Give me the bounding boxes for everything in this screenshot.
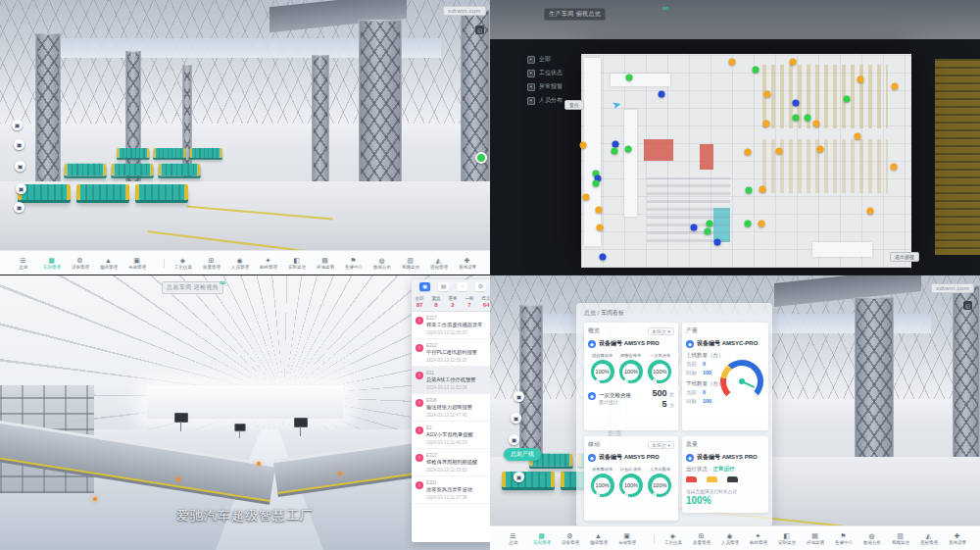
toolbar-item[interactable]: ◉ 人员管理 — [720, 532, 740, 545]
map-status-dot[interactable] — [855, 132, 861, 139]
map-status-dot[interactable] — [713, 239, 720, 246]
station-marker[interactable]: ▣ — [15, 161, 25, 172]
map-status-dot[interactable] — [583, 194, 590, 201]
status-marker-green[interactable] — [475, 152, 487, 164]
toolbar-item[interactable]: ◭ 巡检管理 — [429, 257, 449, 270]
checkbox-icon[interactable]: ▪ — [527, 70, 535, 77]
station-marker[interactable]: ▣ — [14, 139, 24, 150]
map-status-dot[interactable] — [775, 147, 782, 154]
station-marker[interactable]: ▣ — [514, 472, 524, 482]
toolbar-item[interactable]: ▣ 仓储管理 — [617, 532, 637, 545]
map-status-dot[interactable] — [624, 146, 631, 153]
alarm-tab-icon[interactable]: ⚙ — [475, 282, 486, 291]
toolbar-item[interactable]: ▤ 环境监测 — [806, 532, 825, 545]
checkbox-icon[interactable]: ▪ — [527, 83, 535, 91]
map-status-dot[interactable] — [793, 114, 800, 121]
alarm-list-item[interactable]: ! E308 输送链张力超限报警 2024-03-13 11:47:45 — [412, 394, 490, 422]
toolbar-item[interactable]: ▲ 物流管理 — [589, 532, 609, 545]
toolbar-item[interactable]: ◍ 数据分析 — [372, 257, 392, 270]
map-status-dot[interactable] — [843, 95, 850, 102]
alarm-tab-icon[interactable]: ◉ — [419, 282, 430, 291]
station-marker[interactable]: ▣ — [511, 413, 521, 424]
map-status-dot[interactable] — [805, 114, 811, 121]
toolbar-item[interactable]: ◭ 巡检管理 — [919, 532, 939, 545]
alarm-tab-icon[interactable]: ▤ — [438, 282, 449, 291]
map-status-dot[interactable] — [858, 75, 864, 82]
map-status-dot[interactable] — [612, 140, 619, 147]
station-marker[interactable]: ▣ — [14, 202, 24, 213]
alarm-stat[interactable]: 紧急 8 — [431, 295, 441, 308]
map-status-dot[interactable] — [812, 121, 819, 127]
map-status-dot[interactable] — [599, 254, 606, 261]
car-icon[interactable] — [727, 476, 738, 482]
map-status-dot[interactable] — [760, 185, 766, 192]
map-status-dot[interactable] — [891, 164, 898, 171]
checkbox-icon[interactable]: ▪ — [527, 97, 535, 105]
alarm-stat[interactable]: 重要 2 — [448, 295, 458, 308]
toolbar-item[interactable]: ▥ 视频监控 — [401, 257, 420, 270]
toolbar-item[interactable]: ✦ 能耗管理 — [749, 532, 768, 545]
minimize-view-icon[interactable]: ◱ — [475, 25, 484, 34]
map-status-dot[interactable] — [729, 59, 736, 66]
alarm-list-item[interactable]: ! E301 涂装室风压异常波动 2024-03-13 11:27:36 — [412, 476, 490, 504]
toolbar-item[interactable]: ✦ 能耗管理 — [259, 257, 278, 270]
map-status-dot[interactable] — [892, 82, 899, 89]
map-status-dot[interactable] — [866, 208, 873, 215]
shift-dropdown[interactable]: 本班次 ▾ — [648, 327, 674, 335]
alarm-stat[interactable]: 提示 64 — [481, 295, 490, 308]
toolbar-item[interactable]: ⊞ 质量管理 — [692, 532, 711, 545]
alarm-list-item[interactable]: ! E31 总装A线工位停机预警 2024-03-13 11:52:08 — [412, 367, 490, 394]
toolbar-item[interactable]: ⚙ 设备管理 — [561, 532, 580, 545]
map-status-dot[interactable] — [625, 74, 632, 80]
alarm-stat[interactable]: 一般 7 — [465, 295, 474, 308]
toolbar-item[interactable]: ▥ 视频监控 — [891, 532, 910, 545]
toolbar-item[interactable]: ◧ 安防监控 — [777, 532, 797, 545]
toolbar-item[interactable]: ◈ 工艺仿真 — [663, 532, 683, 545]
toolbar-item[interactable]: ▣ 仓储管理 — [127, 257, 147, 270]
car-icon[interactable] — [686, 476, 697, 482]
camera-position-arrow-icon[interactable]: ➤ — [611, 97, 622, 112]
map-status-dot[interactable] — [793, 99, 800, 106]
car-icon[interactable] — [707, 476, 717, 482]
map-status-dot[interactable] — [593, 180, 600, 187]
map-status-dot[interactable] — [690, 225, 697, 231]
toolbar-item[interactable]: ▲ 物流管理 — [99, 257, 119, 270]
toolbar-item[interactable]: ◧ 安防监控 — [287, 257, 307, 270]
minimize-view-icon[interactable]: ◱ — [963, 301, 972, 310]
legend-row[interactable]: ▪ 异常报警 — [527, 82, 563, 91]
station-marker[interactable]: ▣ — [509, 434, 519, 445]
shift-dropdown[interactable]: 本班次 ▾ — [648, 441, 674, 449]
exit-topview-button[interactable]: 退出俯视 — [890, 252, 919, 262]
station-marker[interactable]: ▣ — [12, 120, 23, 130]
map-status-dot[interactable] — [763, 121, 770, 127]
map-status-dot[interactable] — [707, 221, 713, 227]
toolbar-item[interactable]: ◍ 数据分析 — [862, 532, 882, 545]
alarm-stat[interactable]: 全部 87 — [415, 295, 424, 308]
legend-row[interactable]: ▪ 工位状态 — [527, 69, 563, 77]
map-status-dot[interactable] — [595, 206, 602, 213]
legend-row[interactable]: ▪ 人员分布 — [527, 96, 563, 105]
map-status-dot[interactable] — [744, 149, 751, 156]
map-status-dot[interactable] — [580, 142, 587, 149]
toolbar-item[interactable]: ☰ 总览 — [14, 257, 33, 270]
alarm-list-item[interactable]: ! E312 中控PLC通讯超时报警 2024-03-13 11:58:26 — [412, 339, 490, 367]
map-status-dot[interactable] — [596, 225, 603, 231]
map-status-dot[interactable] — [816, 146, 823, 153]
toolbar-item[interactable]: ⚑ 告警中心 — [834, 532, 854, 545]
map-status-dot[interactable] — [745, 187, 752, 194]
breadcrumb[interactable]: 总览 / 车间看板 — [584, 309, 624, 318]
alarm-list-item[interactable]: ! E3 AGV小车低电量提醒 2024-03-13 11:40:19 — [412, 422, 490, 449]
line-name-pill[interactable]: 总装产线 — [504, 448, 541, 461]
toolbar-item[interactable]: ☰ 总览 — [504, 532, 523, 545]
map-status-dot[interactable] — [790, 59, 797, 66]
map-status-dot[interactable] — [752, 66, 759, 73]
map-status-dot[interactable] — [612, 147, 618, 154]
toolbar-item[interactable]: ◉ 人员管理 — [230, 257, 250, 270]
map-status-dot[interactable] — [658, 90, 664, 97]
toolbar-item[interactable]: ⚑ 告警中心 — [344, 257, 364, 270]
map-status-dot[interactable] — [744, 221, 751, 227]
checkbox-icon[interactable]: ▪ — [527, 56, 535, 64]
toolbar-item[interactable]: ✚ 系统设置 — [458, 257, 477, 270]
factory-floorplan-map[interactable]: ➤ — [581, 54, 911, 268]
alarm-tab-icon[interactable]: ◔ — [457, 282, 467, 291]
